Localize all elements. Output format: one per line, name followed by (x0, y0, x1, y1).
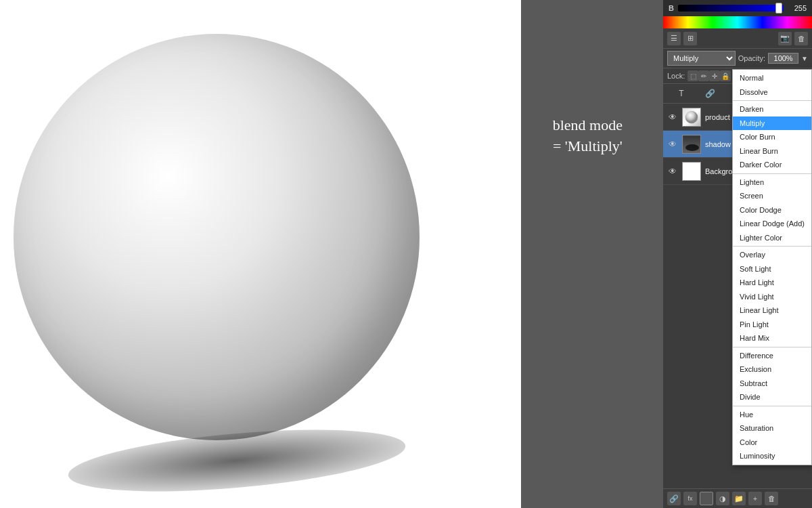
layer-visibility-product[interactable]: 👁 (667, 112, 678, 123)
panel-toolbar: ☰ ⊞ 📷 🗑 (663, 28, 812, 49)
lock-label: Lock: (667, 72, 685, 80)
opacity-row: Opacity: ▼ (738, 53, 808, 64)
lock-brush-icon[interactable]: ✏ (698, 70, 709, 81)
blend-item-lighter-color[interactable]: Lighter Color (733, 231, 811, 245)
color-channel-value[interactable]: 255 (788, 4, 807, 12)
blend-item-saturation[interactable]: Saturation (733, 421, 811, 436)
adjustment-bottom-icon[interactable]: ◑ (716, 492, 729, 505)
blend-group-darken: Darken Multiply Color Burn Linear Burn D… (733, 101, 811, 174)
opacity-label: Opacity: (738, 54, 765, 62)
delete-layer-icon[interactable]: 🗑 (765, 492, 778, 505)
right-panel: B 255 ☰ ⊞ 📷 🗑 Normal Dissolve Darken (663, 0, 812, 508)
new-layer-icon[interactable]: + (748, 492, 762, 505)
blend-item-hard-light[interactable]: Hard Light (733, 276, 811, 290)
svg-point-0 (685, 110, 698, 123)
mask-bottom-icon[interactable] (700, 492, 713, 505)
lock-transparency-icon[interactable]: ⬚ (687, 70, 698, 81)
blend-opacity-row: Multiply Opacity: ▼ (663, 49, 812, 68)
layer-thumbnail-product (682, 108, 701, 127)
blend-item-dissolve[interactable]: Dissolve (733, 85, 811, 100)
opacity-dropdown-icon[interactable]: ▼ (801, 55, 808, 62)
spectrum-bar[interactable] (663, 16, 812, 28)
layers-bottom-bar: 🔗 fx ◑ 📁 + 🗑 (663, 488, 812, 508)
text-tool-icon[interactable]: T (675, 87, 688, 100)
blend-group-difference: Difference Exclusion Subtract Divide (733, 347, 811, 406)
blend-item-color-dodge[interactable]: Color Dodge (733, 203, 811, 217)
trash-icon[interactable]: 🗑 (794, 32, 808, 45)
opacity-input[interactable] (768, 53, 798, 64)
blend-item-soft-light[interactable]: Soft Light (733, 262, 811, 276)
blend-item-divide[interactable]: Divide (733, 390, 811, 404)
layer-visibility-background[interactable]: 👁 (667, 166, 678, 177)
camera-icon[interactable]: 📷 (778, 32, 792, 45)
blend-item-multiply[interactable]: Multiply (733, 117, 811, 131)
blend-item-color[interactable]: Color (733, 436, 811, 450)
blend-item-hue[interactable]: Hue (733, 408, 811, 422)
link-layers-icon[interactable]: 🔗 (703, 87, 717, 100)
canvas-area: blend mode = 'Multiply' (0, 0, 663, 508)
color-slider-thumb[interactable] (775, 3, 782, 14)
blend-item-hard-mix[interactable]: Hard Mix (733, 331, 811, 345)
annotation-text: blend mode = 'Multiply' (553, 115, 623, 157)
blend-item-linear-burn[interactable]: Linear Burn (733, 144, 811, 158)
blend-group-hue: Hue Saturation Color Luminosity (733, 406, 811, 465)
blend-mode-dropdown[interactable]: Normal Dissolve Darken Multiply Color Bu… (732, 69, 812, 465)
color-b-slider-row: B 255 (663, 0, 812, 16)
blend-item-darken[interactable]: Darken (733, 102, 811, 117)
lock-all-icon[interactable]: 🔒 (720, 70, 731, 81)
blend-item-screen[interactable]: Screen (733, 189, 811, 203)
blend-item-exclusion[interactable]: Exclusion (733, 362, 811, 377)
blend-item-overlay[interactable]: Overlay (733, 248, 811, 262)
blend-item-linear-dodge[interactable]: Linear Dodge (Add) (733, 217, 811, 231)
layers-icon[interactable]: ☰ (667, 32, 681, 45)
blend-item-linear-light[interactable]: Linear Light (733, 303, 811, 318)
sphere (14, 34, 420, 440)
grid-icon[interactable]: ⊞ (683, 32, 697, 45)
blend-mode-select[interactable]: Multiply (667, 51, 736, 66)
annotation-arrow (447, 68, 528, 149)
blend-item-color-burn[interactable]: Color Burn (733, 130, 811, 144)
blend-item-difference[interactable]: Difference (733, 349, 811, 363)
blend-item-luminosity[interactable]: Luminosity (733, 449, 811, 463)
layer-thumbnail-background (682, 162, 701, 181)
blend-group-lighten: Lighten Screen Color Dodge Linear Dodge … (733, 174, 811, 247)
blend-item-vivid-light[interactable]: Vivid Light (733, 290, 811, 304)
sphere-container (14, 34, 474, 494)
panel-top: ☰ ⊞ 📷 🗑 Normal Dissolve Darken Multiply … (663, 28, 812, 49)
layer-visibility-shadow[interactable]: 👁 (667, 139, 678, 150)
blend-item-subtract[interactable]: Subtract (733, 377, 811, 391)
blend-group-normal: Normal Dissolve (733, 70, 811, 101)
blend-item-pin-light[interactable]: Pin Light (733, 318, 811, 332)
color-slider-track[interactable] (678, 5, 784, 12)
lock-move-icon[interactable]: ✛ (709, 70, 720, 81)
blend-group-overlay: Overlay Soft Light Hard Light Vivid Ligh… (733, 247, 811, 347)
blend-item-normal[interactable]: Normal (733, 71, 811, 85)
link-icon[interactable]: 🔗 (667, 492, 681, 505)
folder-icon[interactable]: 📁 (732, 492, 746, 505)
blend-item-lighten[interactable]: Lighten (733, 175, 811, 190)
color-channel-label: B (669, 4, 674, 12)
layer-thumbnail-shadow (682, 135, 701, 154)
svg-point-1 (685, 144, 699, 151)
blend-item-darker-color[interactable]: Darker Color (733, 158, 811, 172)
layer-style-bottom-icon[interactable]: fx (683, 492, 697, 505)
